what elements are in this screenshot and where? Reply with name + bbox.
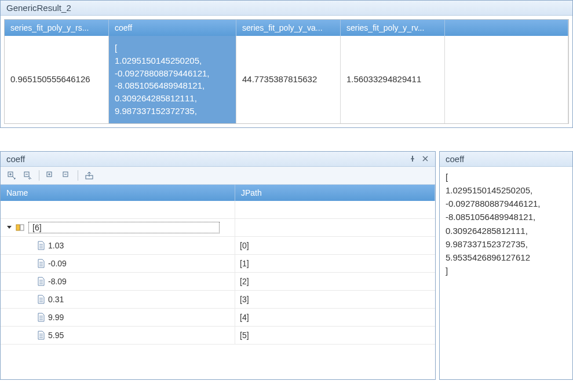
tree-item-jpath: [0] xyxy=(235,241,435,250)
tree-body[interactable]: [6] 1.03 [0] -0.09 [1] xyxy=(1,201,435,379)
lower-region: coeff xyxy=(0,151,573,380)
collapse-node-button[interactable] xyxy=(60,169,73,182)
result-panel: GenericResult_2 series_fit_poly_y_rs... … xyxy=(0,0,573,128)
document-icon xyxy=(37,259,46,268)
toolbar-separator xyxy=(39,170,39,181)
cell-rvariance[interactable]: 1.56033294829411 xyxy=(341,36,445,123)
document-icon xyxy=(37,313,46,322)
tree-item-jpath: [4] xyxy=(235,313,435,322)
export-button[interactable] xyxy=(83,169,96,182)
detail-panel-title: coeff xyxy=(446,154,567,164)
tree-panel-title: coeff xyxy=(6,154,408,164)
column-header-variance[interactable]: series_fit_poly_y_va... xyxy=(236,20,341,36)
tree-item-jpath: [5] xyxy=(235,331,435,340)
column-header-rvariance[interactable]: series_fit_poly_y_rv... xyxy=(341,20,445,36)
tree-header-jpath[interactable]: JPath xyxy=(235,185,435,201)
tree-blank-row xyxy=(1,201,435,219)
expander-icon[interactable] xyxy=(5,224,13,232)
tree-item-row[interactable]: -8.09 [2] xyxy=(1,273,435,291)
result-grid: series_fit_poly_y_rs... coeff series_fit… xyxy=(4,19,569,124)
pin-icon[interactable] xyxy=(408,155,417,163)
tree-item-row[interactable]: 9.99 [4] xyxy=(1,309,435,327)
svg-rect-5 xyxy=(16,225,20,230)
document-icon xyxy=(37,331,46,340)
tree-panel-title-bar: coeff xyxy=(1,152,435,167)
document-icon xyxy=(37,295,46,304)
cell-rsquare[interactable]: 0.965150555646126 xyxy=(5,36,109,123)
document-icon xyxy=(37,241,46,250)
collapse-all-button[interactable] xyxy=(21,169,34,182)
detail-panel-title-bar: coeff xyxy=(440,152,572,167)
result-panel-title: GenericResult_2 xyxy=(1,1,572,16)
expand-all-button[interactable] xyxy=(5,169,18,182)
cell-coeff[interactable]: [ 1.0295150145250205, -0.092788088794461… xyxy=(109,36,236,123)
tree-panel: coeff xyxy=(0,151,436,380)
close-icon[interactable] xyxy=(421,155,429,163)
tree-item-value: 9.99 xyxy=(48,313,64,322)
column-header-rsquare[interactable]: series_fit_poly_y_rs... xyxy=(5,20,109,36)
svg-rect-6 xyxy=(20,225,24,230)
detail-panel: coeff [ 1.0295150145250205, -0.092788088… xyxy=(439,151,573,380)
tree-item-row[interactable]: 0.31 [3] xyxy=(1,291,435,309)
tree-root-label[interactable]: [6] xyxy=(28,222,220,233)
detail-body[interactable]: [ 1.0295150145250205, -0.092788088794461… xyxy=(440,167,572,379)
tree-root-row[interactable]: [6] xyxy=(1,219,435,237)
tree-item-row[interactable]: 5.95 [5] xyxy=(1,327,435,345)
tree-item-row[interactable]: -0.09 [1] xyxy=(1,255,435,273)
tree-item-jpath: [2] xyxy=(235,277,435,286)
tree-header-name[interactable]: Name xyxy=(1,185,235,201)
cell-variance[interactable]: 44.7735387815632 xyxy=(236,36,341,123)
expand-node-button[interactable] xyxy=(44,169,57,182)
toolbar-separator-2 xyxy=(78,170,78,181)
cell-empty xyxy=(445,36,568,123)
tree-item-jpath: [1] xyxy=(235,259,435,268)
grid-header-row: series_fit_poly_y_rs... coeff series_fit… xyxy=(5,20,568,36)
column-header-empty xyxy=(445,20,568,36)
tree-headers: Name JPath xyxy=(1,185,435,201)
tree-item-value: -0.09 xyxy=(48,259,67,268)
tree-item-value: 0.31 xyxy=(48,295,64,304)
tree-item-value: 1.03 xyxy=(48,241,64,250)
grid-data-row[interactable]: 0.965150555646126 [ 1.0295150145250205, … xyxy=(5,36,568,123)
tree-item-jpath: [3] xyxy=(235,295,435,304)
column-header-coeff[interactable]: coeff xyxy=(109,20,236,36)
tree-toolbar xyxy=(1,167,435,185)
tree-item-value: 5.95 xyxy=(48,331,64,340)
tree-item-value: -8.09 xyxy=(48,277,67,286)
array-icon xyxy=(16,223,25,232)
tree-item-row[interactable]: 1.03 [0] xyxy=(1,237,435,255)
document-icon xyxy=(37,277,46,286)
